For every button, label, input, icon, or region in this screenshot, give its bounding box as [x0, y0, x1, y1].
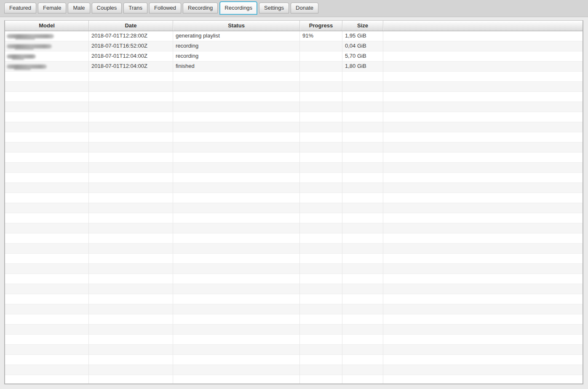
- cell-empty: [342, 92, 383, 102]
- cell-empty: [300, 193, 342, 203]
- cell-progress: [300, 51, 342, 62]
- cell-empty: [89, 274, 173, 284]
- table-row-empty[interactable]: [5, 163, 583, 173]
- redacted-model-name: [7, 44, 52, 48]
- table-row-empty[interactable]: [5, 132, 583, 142]
- table-row-empty[interactable]: [5, 254, 583, 264]
- cell-empty: [342, 142, 383, 153]
- tab-settings[interactable]: Settings: [259, 3, 289, 13]
- table-row-empty[interactable]: [5, 365, 583, 375]
- table-row-empty[interactable]: [5, 112, 583, 122]
- cell-empty: [300, 304, 342, 314]
- cell-empty: [300, 233, 342, 244]
- column-header-label: Size: [357, 22, 368, 29]
- table-row-empty[interactable]: [5, 294, 583, 304]
- app-window: Featured Female Male Couples Trans Follo…: [0, 0, 588, 384]
- cell-progress: [300, 41, 342, 51]
- cell-empty: [5, 112, 89, 122]
- cell-empty: [300, 365, 342, 375]
- cell-empty: [5, 284, 89, 294]
- cell-empty: [383, 345, 583, 355]
- table-row-empty[interactable]: [5, 102, 583, 112]
- cell-empty: [173, 304, 300, 314]
- column-header-progress[interactable]: Progress: [300, 21, 342, 31]
- tab-recording[interactable]: Recording: [183, 3, 218, 13]
- cell-empty: [342, 173, 383, 183]
- table-row-empty[interactable]: [5, 314, 583, 325]
- table-row-empty[interactable]: [5, 375, 583, 384]
- table-row-empty[interactable]: [5, 203, 583, 213]
- cell-empty: [173, 233, 300, 244]
- table-row-empty[interactable]: [5, 72, 583, 82]
- cell-empty: [342, 304, 383, 314]
- column-header-status[interactable]: Status: [173, 21, 300, 31]
- cell-empty: [383, 274, 583, 284]
- cell-empty: [383, 102, 583, 112]
- tab-recordings[interactable]: Recordings: [219, 1, 257, 15]
- table-row-empty[interactable]: [5, 122, 583, 132]
- cell-empty: [342, 132, 383, 142]
- tab-couples[interactable]: Couples: [92, 3, 122, 13]
- tab-followed[interactable]: Followed: [149, 3, 181, 13]
- cell-empty: [89, 92, 173, 102]
- cell-empty: [89, 122, 173, 132]
- tab-male[interactable]: Male: [68, 3, 90, 13]
- column-header-date[interactable]: Date: [89, 21, 173, 31]
- table-row-empty[interactable]: [5, 153, 583, 163]
- table-row-empty[interactable]: [5, 325, 583, 335]
- table-row-empty[interactable]: [5, 335, 583, 345]
- cell-empty: [89, 304, 173, 314]
- tab-donate[interactable]: Donate: [291, 3, 318, 13]
- table-row[interactable]: 2018-07-01T12:04:00Z finished 1,80 GiB: [5, 62, 583, 72]
- table-row-empty[interactable]: [5, 244, 583, 254]
- table-row-empty[interactable]: [5, 284, 583, 294]
- table-row-empty[interactable]: [5, 233, 583, 244]
- tab-label: Settings: [264, 5, 284, 11]
- cell-empty: [5, 355, 89, 365]
- table-row-empty[interactable]: [5, 264, 583, 274]
- table-row-empty[interactable]: [5, 92, 583, 102]
- table-row[interactable]: 2018-07-01T16:52:00Z recording 0,04 GiB: [5, 41, 583, 51]
- tab-featured[interactable]: Featured: [4, 3, 36, 13]
- table-row-empty[interactable]: [5, 183, 583, 193]
- table-row-empty[interactable]: [5, 142, 583, 153]
- cell-date: 2018-07-01T12:04:00Z: [89, 62, 173, 72]
- cell-empty: [5, 153, 89, 163]
- cell-empty: [383, 244, 583, 254]
- cell-empty: [89, 355, 173, 365]
- column-header-blank[interactable]: [383, 21, 583, 31]
- table-body: 2018-07-01T12:28:00Z generating playlist…: [5, 31, 583, 384]
- table-row-empty[interactable]: [5, 355, 583, 365]
- cell-empty: [342, 163, 383, 173]
- table-row-empty[interactable]: [5, 304, 583, 314]
- cell-empty: [5, 223, 89, 233]
- cell-empty: [383, 335, 583, 345]
- cell-empty: [342, 223, 383, 233]
- cell-empty: [383, 112, 583, 122]
- cell-empty: [300, 264, 342, 274]
- cell-empty: [383, 355, 583, 365]
- table-row[interactable]: 2018-07-01T12:04:00Z recording 5,70 GiB: [5, 51, 583, 62]
- cell-empty: [89, 325, 173, 335]
- table-row[interactable]: 2018-07-01T12:28:00Z generating playlist…: [5, 31, 583, 41]
- table-row-empty[interactable]: [5, 213, 583, 223]
- cell-empty: [173, 335, 300, 345]
- tab-female[interactable]: Female: [38, 3, 66, 13]
- column-header-size[interactable]: Size: [342, 21, 383, 31]
- table-row-empty[interactable]: [5, 274, 583, 284]
- tab-trans[interactable]: Trans: [123, 3, 147, 13]
- table-row-empty[interactable]: [5, 173, 583, 183]
- cell-empty: [383, 233, 583, 244]
- tab-label: Featured: [9, 5, 31, 11]
- cell-empty: [383, 314, 583, 325]
- cell-empty: [342, 102, 383, 112]
- table-row-empty[interactable]: [5, 345, 583, 355]
- table-row-empty[interactable]: [5, 82, 583, 92]
- cell-empty: [89, 153, 173, 163]
- tab-label: Female: [43, 5, 61, 11]
- cell-empty: [342, 72, 383, 82]
- cell-model: [5, 51, 89, 62]
- table-row-empty[interactable]: [5, 193, 583, 203]
- table-row-empty[interactable]: [5, 223, 583, 233]
- column-header-model[interactable]: Model: [5, 21, 89, 31]
